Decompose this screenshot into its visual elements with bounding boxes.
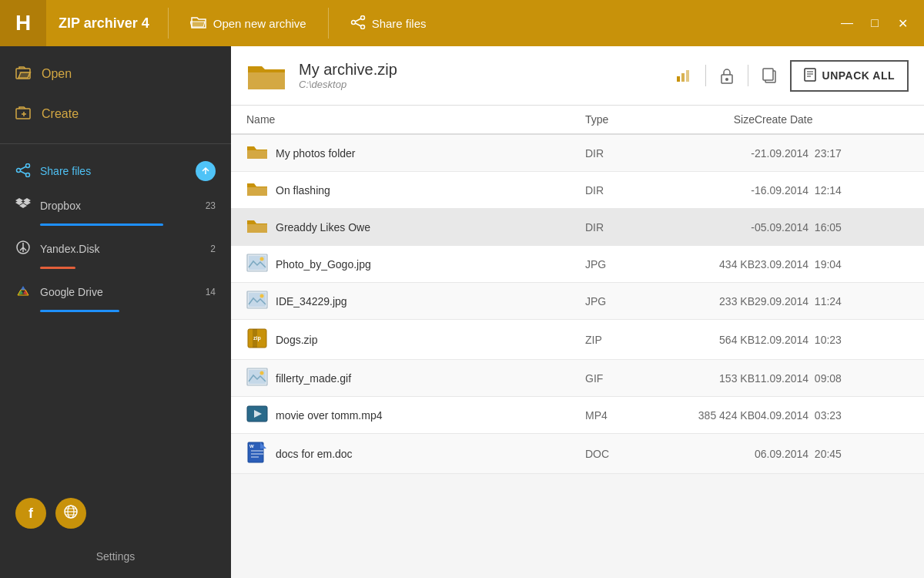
- unpack-icon: [804, 68, 816, 84]
- yandex-bar-container: [0, 265, 231, 275]
- facebook-icon: f: [28, 506, 33, 522]
- file-name: On flashing: [276, 184, 330, 197]
- share-files-label: Share files: [372, 17, 427, 30]
- file-size: 233 KB: [662, 295, 755, 307]
- file-size: 385 424 KB: [662, 409, 755, 422]
- file-name-cell: Photo_by_Gogo.jpg: [246, 254, 585, 274]
- sidebar-item-open[interactable]: Open: [0, 54, 231, 94]
- file-size: 434 KB: [662, 258, 755, 271]
- file-name-cell: fillerty_made.gif: [246, 368, 585, 388]
- yandex-badge: 2: [210, 244, 216, 254]
- file-type: GIF: [585, 372, 662, 385]
- table-row[interactable]: movie over tomm.mp4 MP4 385 424 KB 04.09…: [231, 397, 924, 434]
- file-type: DIR: [585, 184, 662, 197]
- title-bar: H ZIP archiver 4 Open new archive Share …: [0, 0, 924, 46]
- file-icon: [246, 405, 268, 425]
- file-icon: [246, 254, 268, 274]
- minimize-button[interactable]: —: [835, 11, 859, 35]
- table-row[interactable]: IDE_34229.jpg JPG 233 KB 29.09.2014 11:2…: [231, 283, 924, 320]
- file-date: 05.09.2014 16:05: [755, 221, 909, 234]
- share-icon: [350, 15, 366, 32]
- file-type: DIR: [585, 147, 662, 160]
- svg-text:W: W: [249, 444, 254, 449]
- stats-icon[interactable]: [673, 64, 696, 87]
- maximize-button[interactable]: □: [862, 11, 887, 35]
- svg-point-42: [260, 371, 264, 375]
- table-row[interactable]: Greaddy Likes Owe DIR - 05.09.2014 16:05: [231, 209, 924, 246]
- yandex-label: Yandex.Disk: [40, 243, 100, 255]
- svg-text:zip: zip: [253, 335, 261, 341]
- sidebar-item-google-drive[interactable]: Google Drive 14: [0, 275, 231, 308]
- table-row[interactable]: My photos folder DIR - 21.09.2014 23:17: [231, 135, 924, 172]
- copy-icon[interactable]: [758, 64, 781, 87]
- file-name-cell: IDE_34229.jpg: [246, 291, 585, 311]
- dropbox-progress-bar: [40, 223, 163, 226]
- sidebar-item-create[interactable]: Create: [0, 94, 231, 134]
- globe-icon: [63, 504, 79, 523]
- sidebar-item-share-files[interactable]: Share files: [0, 153, 231, 189]
- google-drive-icon: [15, 283, 31, 301]
- share-files-sidebar-icon: [15, 163, 31, 180]
- lock-icon[interactable]: [715, 64, 738, 87]
- svg-point-10: [26, 173, 30, 176]
- file-date: 06.09.2014 20:45: [755, 448, 909, 460]
- file-icon: [246, 291, 268, 311]
- unpack-all-button[interactable]: UNPACK ALL: [790, 60, 909, 92]
- action-separator: [705, 65, 706, 86]
- google-drive-bar-container: [0, 308, 231, 318]
- file-size: 564 KB: [662, 334, 755, 346]
- file-type: JPG: [585, 258, 662, 271]
- website-button[interactable]: [55, 498, 86, 529]
- archive-actions: UNPACK ALL: [673, 60, 909, 92]
- svg-line-4: [355, 23, 361, 26]
- table-row[interactable]: Photo_by_Gogo.jpg JPG 434 KB 23.09.2014 …: [231, 246, 924, 283]
- sidebar-bottom: f: [0, 482, 231, 544]
- archive-header: My archive.zip C:\desktop: [231, 46, 924, 106]
- table-row[interactable]: fillerty_made.gif GIF 153 KB 11.09.2014 …: [231, 360, 924, 397]
- sidebar-item-yandex[interactable]: Yandex.Disk 2: [0, 232, 231, 265]
- svg-rect-22: [686, 70, 689, 82]
- svg-rect-27: [805, 69, 815, 81]
- table-row[interactable]: W docs for em.doc DOC 06.09.2014 20:45: [231, 434, 924, 474]
- archive-folder-icon: [246, 59, 286, 92]
- file-date: 23.09.2014 19:04: [755, 258, 909, 271]
- file-name-cell: movie over tomm.mp4: [246, 405, 585, 425]
- file-size: -: [662, 147, 755, 160]
- share-files-button[interactable]: Share files: [335, 0, 442, 46]
- settings-label[interactable]: Settings: [0, 544, 231, 578]
- archive-path: C:\desktop: [299, 79, 661, 90]
- file-name-cell: My photos folder: [246, 143, 585, 163]
- open-icon: [15, 65, 32, 83]
- file-size: 153 KB: [662, 372, 755, 385]
- svg-rect-21: [681, 73, 685, 82]
- file-date: 21.09.2014 23:17: [755, 147, 909, 160]
- separator2: [328, 8, 329, 39]
- app-logo: H: [0, 0, 46, 46]
- file-icon: [246, 143, 268, 163]
- open-new-archive-button[interactable]: Open new archive: [175, 0, 322, 46]
- file-icon: [246, 368, 268, 388]
- create-label: Create: [42, 107, 79, 121]
- file-name-cell: On flashing: [246, 180, 585, 200]
- close-button[interactable]: ✕: [890, 11, 915, 35]
- sidebar-item-dropbox[interactable]: Dropbox 23: [0, 189, 231, 222]
- file-type: MP4: [585, 409, 662, 422]
- create-icon: [15, 105, 32, 123]
- facebook-button[interactable]: f: [15, 498, 46, 529]
- table-row[interactable]: zip Dogs.zip ZIP 564 KB 12.09.2014 10:23: [231, 320, 924, 360]
- app-name: ZIP archiver 4: [46, 15, 162, 32]
- file-date: 29.09.2014 11:24: [755, 295, 909, 307]
- folder-open-icon: [190, 15, 207, 32]
- action-separator2: [748, 65, 748, 86]
- svg-point-2: [351, 20, 355, 24]
- file-icon: [246, 180, 268, 200]
- share-files-sidebar-label: Share files: [40, 165, 91, 177]
- file-name: docs for em.doc: [276, 448, 353, 460]
- svg-line-3: [355, 18, 361, 22]
- svg-point-9: [26, 163, 30, 167]
- main-layout: Open Create: [0, 46, 924, 578]
- svg-point-36: [260, 294, 264, 298]
- file-name: Dogs.zip: [276, 334, 317, 346]
- table-row[interactable]: On flashing DIR - 16.09.2014 12:14: [231, 172, 924, 209]
- col-header-type: Type: [585, 113, 662, 126]
